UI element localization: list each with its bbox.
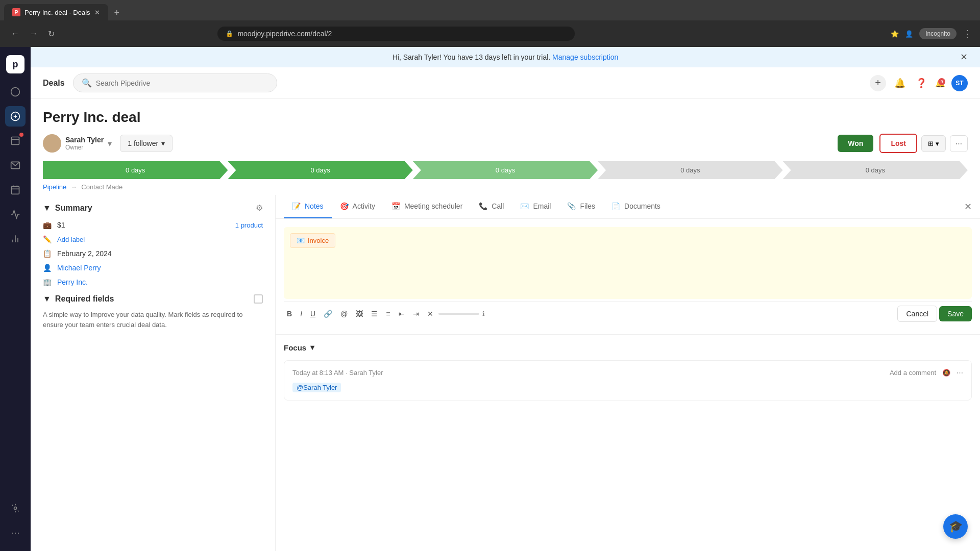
tab-call[interactable]: 📞 Call — [471, 195, 512, 218]
amount-icon: 💼 — [43, 221, 53, 229]
tab-email[interactable]: ✉️ Email — [512, 195, 559, 218]
indent-left-btn[interactable]: ⇤ — [396, 308, 408, 320]
lost-btn[interactable]: Lost — [879, 134, 917, 153]
notifications-btn[interactable]: 🔔 — [892, 76, 908, 91]
counter-bar — [438, 313, 479, 315]
documents-tab-icon: 📄 — [611, 202, 620, 210]
notification-close-btn[interactable]: ✕ — [960, 52, 968, 63]
add-comment-btn[interactable]: Add a comment — [890, 369, 936, 377]
sidebar-item-contacts[interactable] — [5, 131, 26, 151]
forward-btn[interactable]: → — [27, 27, 41, 40]
bullet-list-btn[interactable]: ☰ — [368, 308, 381, 320]
breadcrumb-current: Contact Made — [81, 183, 122, 191]
sidebar-item-reports[interactable] — [5, 204, 26, 224]
bold-btn[interactable]: B — [284, 308, 295, 320]
underline-btn[interactable]: U — [307, 308, 318, 320]
bookmark-icon[interactable]: ⭐ — [891, 30, 899, 38]
meeting-tab-icon: 📅 — [391, 202, 400, 210]
menu-icon[interactable]: ⋮ — [963, 28, 972, 39]
add-label-btn[interactable]: Add label — [57, 236, 85, 243]
tabs-close-btn[interactable]: ✕ — [964, 201, 972, 212]
refresh-btn[interactable]: ↻ — [45, 27, 58, 41]
lock-icon: 🔒 — [226, 30, 233, 37]
required-title-label: Required fields — [55, 294, 114, 304]
image-btn[interactable]: 🖼 — [353, 308, 366, 320]
note-invoice-tag[interactable]: 📧 Invoice — [290, 233, 335, 248]
back-btn[interactable]: ← — [8, 27, 22, 40]
note-editor: 📧 Invoice B I U 🔗 @ 🖼 ☰ — [276, 219, 980, 334]
product-link[interactable]: 1 product — [235, 221, 263, 229]
required-fields-checkbox[interactable] — [254, 294, 263, 304]
help-btn[interactable]: ❓ — [914, 76, 929, 91]
view-toggle-btn[interactable]: ⊞ ▾ — [921, 135, 946, 152]
more-options-btn[interactable]: ⋯ — [950, 135, 968, 152]
contact-link[interactable]: Michael Perry — [57, 264, 101, 272]
required-collapse-icon[interactable]: ▼ — [43, 294, 51, 304]
alert-btn[interactable]: 🔔 9 — [935, 78, 945, 88]
tab-notes[interactable]: 📝 Notes — [284, 195, 332, 218]
sidebar: p ⋯ — [0, 47, 31, 551]
incognito-btn[interactable]: Incognito — [919, 28, 957, 39]
help-bubble[interactable]: 🎓 — [943, 514, 968, 539]
save-btn[interactable]: Save — [939, 306, 972, 321]
tab-activity[interactable]: 🎯 Activity — [332, 195, 383, 218]
tab-title: Perry Inc. deal - Deals — [24, 9, 90, 16]
focus-header[interactable]: Focus ▾ — [284, 343, 972, 352]
note-text-area[interactable] — [290, 258, 966, 289]
sidebar-logo[interactable]: p — [6, 55, 24, 73]
sidebar-item-more[interactable]: ⋯ — [5, 522, 26, 543]
pipeline-stage-3[interactable]: 0 days — [413, 161, 598, 179]
won-btn[interactable]: Won — [838, 135, 873, 152]
manage-subscription-link[interactable]: Manage subscription — [552, 53, 618, 61]
sidebar-item-home[interactable] — [5, 82, 26, 102]
company-link[interactable]: Perry Inc. — [57, 278, 88, 286]
link-btn[interactable]: 🔗 — [321, 308, 335, 320]
follower-btn[interactable]: 1 follower ▾ — [120, 135, 173, 152]
pipeline-stage-1[interactable]: 0 days — [43, 161, 228, 179]
email-tab-label: Email — [533, 202, 551, 210]
clear-format-btn[interactable]: ✕ — [424, 308, 436, 320]
tab-meeting-scheduler[interactable]: 📅 Meeting scheduler — [383, 195, 471, 218]
pipeline-stage-4[interactable]: 0 days — [598, 161, 782, 179]
italic-btn[interactable]: I — [297, 308, 305, 320]
summary-settings-icon[interactable]: ⚙ — [256, 203, 263, 213]
tab-documents[interactable]: 📄 Documents — [603, 195, 669, 218]
profile-icon[interactable]: 👤 — [905, 30, 913, 38]
tab-files[interactable]: 📎 Files — [559, 195, 603, 218]
new-tab-btn[interactable]: + — [110, 6, 124, 20]
breadcrumb-parent[interactable]: Pipeline — [43, 183, 66, 191]
sidebar-item-mail[interactable] — [5, 155, 26, 176]
content-area: ▼ Summary ⚙ 💼 $1 1 product ✏️ Add label … — [31, 195, 980, 551]
numbered-list-btn[interactable]: ≡ — [383, 308, 393, 320]
page-header: Deals 🔍 + 🔔 ❓ 🔔 9 ST — [31, 67, 980, 99]
add-btn[interactable]: + — [870, 75, 886, 91]
mention-btn[interactable]: @ — [337, 308, 351, 320]
url-text: moodjoy.pipedrive.com/deal/2 — [237, 30, 332, 38]
sidebar-item-analytics[interactable] — [5, 229, 26, 249]
search-input[interactable] — [96, 79, 268, 87]
notes-tab-icon: 📝 — [292, 202, 301, 210]
sidebar-item-deals[interactable] — [5, 106, 26, 127]
sidebar-item-calendar[interactable] — [5, 180, 26, 200]
indent-right-btn[interactable]: ⇥ — [410, 308, 422, 320]
more-actions-icon[interactable]: ⋯ — [957, 369, 963, 377]
user-avatar[interactable]: ST — [951, 75, 968, 91]
tab-close-btn[interactable]: ✕ — [94, 9, 100, 16]
breadcrumb: Pipeline → Contact Made — [31, 179, 980, 195]
address-bar[interactable]: 🔒 moodjoy.pipedrive.com/deal/2 — [217, 27, 575, 41]
search-icon: 🔍 — [82, 78, 92, 88]
pipeline-stage-5[interactable]: 0 days — [783, 161, 968, 179]
search-bar[interactable]: 🔍 — [73, 73, 277, 92]
follower-label: 1 follower — [128, 139, 158, 147]
focus-item-body: @Sarah Tyler — [292, 383, 963, 392]
tab-favicon: P — [12, 8, 20, 16]
mute-icon[interactable]: 🔕 — [942, 369, 950, 377]
sidebar-item-integrations[interactable] — [5, 498, 26, 518]
owner-dropdown-icon[interactable]: ▾ — [108, 139, 112, 148]
summary-label: Summary — [55, 204, 92, 213]
summary-collapse-icon[interactable]: ▼ — [43, 204, 51, 213]
active-tab[interactable]: P Perry Inc. deal - Deals ✕ — [4, 4, 108, 20]
pipeline-stage-2[interactable]: 0 days — [228, 161, 412, 179]
cancel-btn[interactable]: Cancel — [897, 306, 937, 322]
mention-tag[interactable]: @Sarah Tyler — [292, 383, 341, 392]
